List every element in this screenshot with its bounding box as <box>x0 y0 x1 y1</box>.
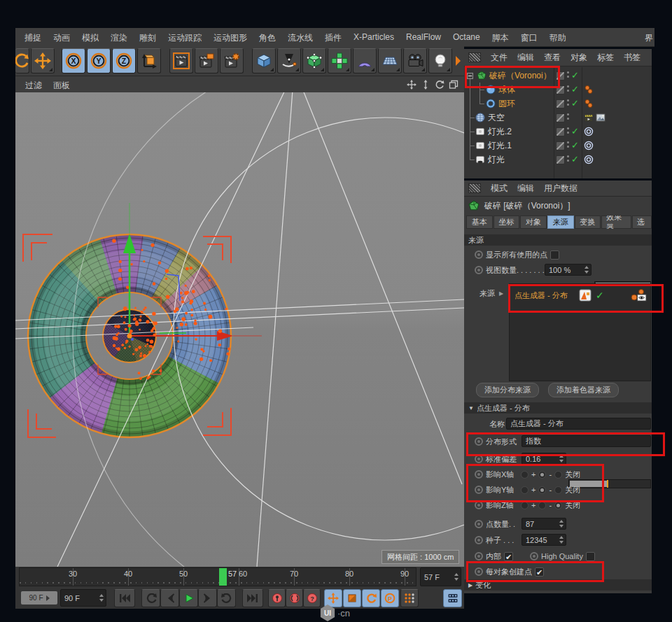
visibility-dots-icon[interactable] <box>567 71 569 78</box>
name-input[interactable]: 点生成器 - 分布 <box>506 418 651 430</box>
add-shader-source-button[interactable]: 添加着色器来源 <box>548 383 619 397</box>
panel-grip-icon[interactable] <box>468 52 481 62</box>
keyframe-circle-icon[interactable] <box>530 552 538 560</box>
prev-frame-button[interactable] <box>160 589 179 607</box>
menu-item[interactable]: 角色 <box>259 32 276 44</box>
point-count-field[interactable]: 87 <box>522 518 566 530</box>
light-button[interactable] <box>428 48 452 73</box>
stepper-icon[interactable] <box>559 520 564 528</box>
enabled-check-icon[interactable]: ✓ <box>571 154 579 164</box>
target-tag-icon[interactable] <box>584 155 594 164</box>
move-tool-button[interactable] <box>31 48 55 73</box>
play-button[interactable] <box>179 589 198 607</box>
menu-item[interactable]: 插件 <box>325 32 342 44</box>
expand-arrow-icon[interactable]: ▶ <box>499 290 503 297</box>
mograph-button[interactable] <box>328 48 351 73</box>
render-view-button[interactable] <box>169 48 193 73</box>
menu-item[interactable]: 捕捉 <box>24 32 41 44</box>
enabled-check-icon[interactable]: ✓ <box>571 84 579 94</box>
keyframe-circle-icon[interactable] <box>475 250 483 259</box>
visibility-dots-icon[interactable] <box>567 113 569 120</box>
render-settings-button[interactable] <box>220 48 244 73</box>
render-region-button[interactable] <box>195 48 218 73</box>
keyframe-circle-icon[interactable] <box>475 552 483 560</box>
layer-toggle-icon[interactable] <box>556 155 565 164</box>
tree-row-sky[interactable]: 天空 <box>464 111 663 125</box>
menu-item[interactable]: 运动图形 <box>214 32 247 44</box>
generators-button[interactable] <box>302 48 326 73</box>
pan-view-icon[interactable] <box>407 80 416 90</box>
enabled-check-icon[interactable]: ✓ <box>571 70 579 80</box>
layer-toggle-icon[interactable] <box>556 127 565 136</box>
primitive-cube-button[interactable] <box>252 48 276 73</box>
keying-options-button[interactable]: ? <box>303 589 321 607</box>
tab-object[interactable]: 对象 <box>520 215 547 229</box>
layer-toggle-icon[interactable] <box>556 141 565 150</box>
preview-range-handle[interactable]: 90 F <box>21 591 57 605</box>
key-parameter-button[interactable]: P <box>381 589 399 607</box>
point-generator-tag-icon[interactable] <box>584 85 594 94</box>
dolly-view-icon[interactable] <box>421 80 430 90</box>
om-menu-tag[interactable]: 标签 <box>597 52 614 64</box>
visibility-dots-icon[interactable] <box>567 155 569 162</box>
tree-label[interactable]: 灯光.2 <box>488 126 512 138</box>
compositing-tag-icon[interactable] <box>584 113 594 122</box>
enabled-check-icon[interactable]: ✓ <box>571 98 579 108</box>
menu-item[interactable]: X-Particles <box>354 32 394 44</box>
enabled-check-icon[interactable]: ✓ <box>571 126 579 136</box>
menu-item[interactable]: 脚本 <box>492 32 509 44</box>
key-pla-button[interactable] <box>400 589 419 607</box>
viewport-3d[interactable]: 网格间距 : 1000 cm <box>15 92 464 567</box>
x-axis-lock-button[interactable]: X <box>62 48 85 73</box>
om-menu-file[interactable]: 文件 <box>491 52 507 64</box>
autokey-button[interactable] <box>286 589 303 607</box>
spline-pen-button[interactable] <box>277 48 301 73</box>
keyframe-circle-icon[interactable] <box>475 266 483 274</box>
collapse-arrow-icon[interactable]: ▼ <box>468 405 474 411</box>
keyframe-circle-icon[interactable] <box>475 536 483 544</box>
visibility-dots-icon[interactable] <box>567 85 569 92</box>
visibility-dots-icon[interactable] <box>567 127 569 134</box>
attr-menu-mode[interactable]: 模式 <box>491 183 507 195</box>
tree-row-torus[interactable]: 圆环 ✓ <box>464 97 672 111</box>
stepper-icon[interactable] <box>99 594 104 602</box>
om-menu-bookmark[interactable]: 书签 <box>624 52 640 64</box>
interior-checkbox[interactable]: ✔ <box>504 552 513 561</box>
section-sources[interactable]: 来源 <box>464 234 652 246</box>
coordinate-system-button[interactable] <box>137 48 161 73</box>
high-quality-checkbox[interactable] <box>586 552 595 561</box>
stepper-icon[interactable] <box>559 536 564 544</box>
next-key-button[interactable] <box>217 589 236 607</box>
menu-item[interactable]: 流水线 <box>288 32 313 44</box>
current-frame-field[interactable]: 57 F <box>420 567 461 586</box>
tab-effectors[interactable]: 效果器 <box>601 215 631 229</box>
layer-toggle-icon[interactable] <box>556 113 565 122</box>
view-count-field[interactable]: 100 % <box>545 264 592 276</box>
tree-row-light[interactable]: 灯光 ✓ <box>464 153 663 167</box>
visibility-dots-icon[interactable] <box>567 141 569 148</box>
tab-sources[interactable]: 来源 <box>547 215 574 229</box>
viewport-menu-filter[interactable]: 过滤 <box>25 80 42 92</box>
enabled-check-icon[interactable]: ✓ <box>571 140 579 150</box>
prev-key-button[interactable] <box>141 589 160 607</box>
tab-basic[interactable]: 基本 <box>466 215 493 229</box>
playhead[interactable] <box>219 568 227 586</box>
rotate-view-icon[interactable] <box>435 80 444 90</box>
environment-button[interactable] <box>378 48 402 73</box>
om-menu-edit[interactable]: 编辑 <box>517 52 534 64</box>
menu-item[interactable]: 动画 <box>53 32 70 44</box>
menu-item[interactable]: 模拟 <box>82 32 99 44</box>
record-keyframe-button[interactable] <box>268 589 286 607</box>
tree-label[interactable]: 圆环 <box>498 98 515 110</box>
om-menu-view[interactable]: 查看 <box>544 52 561 64</box>
menu-item[interactable]: 运动跟踪 <box>168 32 202 44</box>
target-tag-icon[interactable] <box>584 127 594 136</box>
expand-arrow-icon[interactable]: ▶ <box>468 582 472 588</box>
timeline-ruler[interactable]: 0 30 40 50 60 70 80 90 57 <box>19 567 416 586</box>
keyframe-circle-icon[interactable] <box>475 520 483 528</box>
layer-toggle-icon[interactable] <box>556 99 565 108</box>
attr-menu-userdata[interactable]: 用户数据 <box>544 183 578 195</box>
camera-button[interactable] <box>403 48 427 73</box>
menu-item[interactable]: Octane <box>453 32 480 44</box>
tree-row-light1[interactable]: 灯光.1 ✓ <box>464 139 663 153</box>
